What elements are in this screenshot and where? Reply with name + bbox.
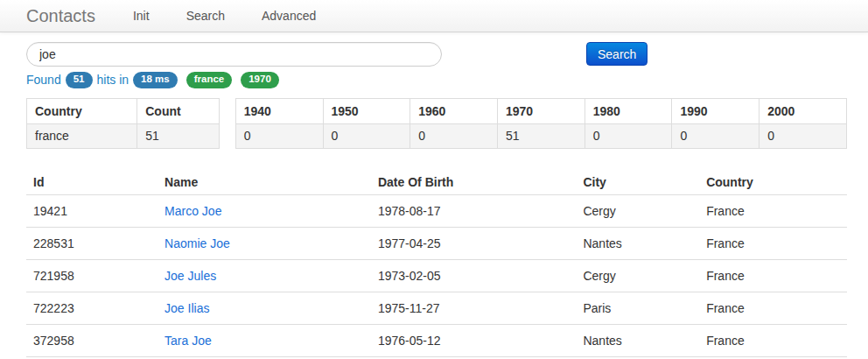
contact-id: 228531 — [26, 227, 158, 259]
decade-facet-header-row: 1940 1950 1960 1970 1980 1990 2000 — [235, 98, 846, 123]
main-content: Search Found 51 hits in 18 ms france 197… — [0, 42, 868, 357]
table-row: 721958 Joe Jules 1973-02-05 Cergy France — [26, 259, 847, 292]
navbar: Contacts Init Search Advanced — [0, 0, 868, 32]
contact-dob: 1978-08-17 — [371, 194, 577, 227]
country-facet-header-country: Country — [27, 98, 137, 123]
filter-badge-country[interactable]: france — [186, 72, 233, 88]
table-row: 372958 Tara Joe 1976-05-12 Nantes France — [26, 324, 847, 356]
contacts-header-name: Name — [158, 170, 371, 195]
country-facet-header-count: Count — [137, 98, 220, 123]
contact-id: 372958 — [26, 324, 158, 356]
search-button[interactable]: Search — [586, 42, 648, 66]
decade-count-1950: 0 — [323, 123, 410, 148]
table-row: 19421 Marco Joe 1978-08-17 Cergy France — [26, 194, 847, 227]
contacts-header-row: Id Name Date Of Birth City Country — [26, 170, 847, 195]
contact-id: 722223 — [26, 292, 158, 324]
contact-name-link[interactable]: Joe Ilias — [164, 301, 209, 315]
decade-facet-table: 1940 1950 1960 1970 1980 1990 2000 0 0 0… — [235, 98, 847, 149]
decade-header-1940: 1940 — [235, 98, 323, 123]
brand-link[interactable]: Contacts — [26, 6, 95, 26]
contacts-header-id: Id — [26, 170, 158, 195]
contact-city: Cergy — [576, 259, 699, 292]
contact-id: 19421 — [26, 194, 158, 227]
contact-country: France — [699, 324, 847, 356]
decade-header-1970: 1970 — [497, 98, 584, 123]
search-input[interactable] — [26, 42, 442, 67]
nav-item-advanced[interactable]: Advanced — [243, 0, 334, 32]
contact-dob: 1976-05-12 — [371, 324, 577, 356]
results-summary: Found 51 hits in 18 ms france 1970 — [26, 72, 847, 88]
country-facet-row: france 51 — [27, 123, 220, 148]
decade-facet-value-row: 0 0 0 51 0 0 0 — [235, 123, 846, 148]
contact-country: France — [699, 227, 847, 259]
country-facet-header-row: Country Count — [27, 98, 220, 123]
decade-header-1960: 1960 — [410, 98, 498, 123]
nav-item-search[interactable]: Search — [168, 0, 243, 32]
country-facet-value: france — [27, 123, 137, 148]
contacts-header-dob: Date Of Birth — [371, 170, 577, 195]
contact-country: France — [699, 194, 847, 227]
contact-dob: 1973-02-05 — [371, 259, 577, 292]
decade-count-1990: 0 — [672, 123, 760, 148]
contact-country: France — [699, 259, 847, 292]
contact-name-link[interactable]: Joe Jules — [164, 269, 216, 283]
contact-name-link[interactable]: Tara Joe — [164, 334, 212, 348]
contacts-table: Id Name Date Of Birth City Country 19421… — [26, 170, 847, 357]
contact-city: Paris — [576, 292, 699, 324]
table-row: 722223 Joe Ilias 1975-11-27 Paris France — [26, 292, 847, 324]
country-facet-table: Country Count france 51 — [26, 98, 220, 149]
query-time-badge: 18 ms — [133, 72, 178, 88]
country-facet-count: 51 — [137, 123, 220, 148]
contact-name-link[interactable]: Marco Joe — [164, 204, 221, 218]
decade-count-1970: 51 — [497, 123, 584, 148]
found-label: Found — [26, 73, 61, 87]
decade-header-2000: 2000 — [760, 98, 847, 123]
decade-count-1960: 0 — [410, 123, 498, 148]
contact-city: Nantes — [576, 324, 699, 356]
contact-dob: 1975-11-27 — [371, 292, 577, 324]
contacts-header-city: City — [576, 170, 699, 195]
hits-in-label: hits in — [97, 73, 130, 87]
hits-count-badge: 51 — [66, 72, 93, 88]
contact-city: Nantes — [576, 227, 699, 259]
contacts-header-country: Country — [699, 170, 847, 195]
contact-name-link[interactable]: Naomie Joe — [164, 236, 230, 250]
contact-country: France — [699, 292, 847, 324]
decade-header-1980: 1980 — [584, 98, 672, 123]
decade-count-1940: 0 — [235, 123, 323, 148]
contact-city: Cergy — [576, 194, 699, 227]
contact-id: 721958 — [26, 259, 158, 292]
decade-count-1980: 0 — [584, 123, 672, 148]
decade-count-2000: 0 — [760, 123, 847, 148]
table-row: 228531 Naomie Joe 1977-04-25 Nantes Fran… — [26, 227, 847, 259]
filter-badge-decade[interactable]: 1970 — [241, 72, 279, 88]
contact-dob: 1977-04-25 — [371, 227, 577, 259]
nav-item-init[interactable]: Init — [115, 0, 168, 32]
search-form: Search — [26, 42, 847, 67]
decade-header-1950: 1950 — [323, 98, 410, 123]
decade-header-1990: 1990 — [672, 98, 760, 123]
facet-tables: Country Count france 51 1940 1950 1960 1… — [26, 98, 847, 149]
